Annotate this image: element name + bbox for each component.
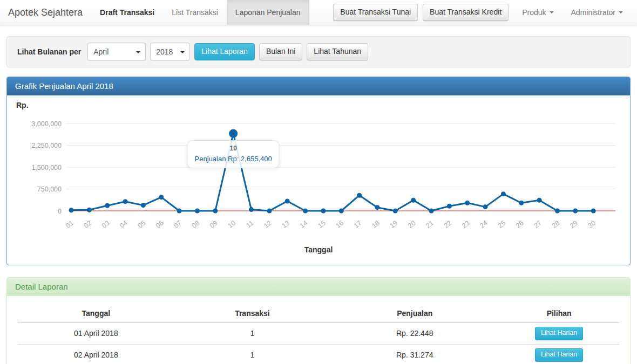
chevron-down-icon (180, 51, 185, 53)
data-point[interactable] (69, 208, 74, 212)
year-select-value: 2018 (156, 47, 173, 56)
data-point[interactable] (519, 201, 524, 205)
y-tick-label: 3,000,000 (31, 120, 62, 128)
data-point[interactable] (141, 203, 146, 208)
data-point[interactable] (321, 209, 326, 214)
x-tick-label: 05 (137, 219, 147, 230)
data-point[interactable] (465, 201, 470, 205)
month-select-value: April (93, 47, 109, 56)
column-header-transaksi: Transaksi (174, 306, 331, 323)
nav-item-list-transaksi[interactable]: List Transaksi (163, 0, 227, 25)
administrator-dropdown[interactable]: Administrator (563, 8, 632, 17)
buat-transaksi-tunai-button[interactable]: Buat Transaksi Tunai (333, 4, 418, 21)
sales-line-chart[interactable]: 0750,0001,500,0002,250,0003,000,00001020… (15, 113, 631, 238)
data-point[interactable] (501, 191, 506, 196)
x-tick-label: 02 (83, 219, 93, 230)
detail-panel-title: Detail Laporan (7, 278, 630, 296)
x-tick-label: 22 (443, 219, 453, 230)
x-tick-label: 15 (316, 219, 327, 230)
column-header-penjualan: Penjualan (330, 306, 499, 323)
sales-chart-panel: Grafik Penjualan April 2018 Rp. 0750,000… (6, 77, 631, 265)
data-point[interactable] (159, 195, 164, 200)
x-tick-label: 14 (299, 219, 309, 230)
view-daily-button[interactable]: Lihat Harian (535, 348, 583, 362)
x-tick-label: 26 (514, 219, 525, 230)
cell-pilihan: Lihat Harian (499, 323, 619, 345)
chevron-down-icon (136, 51, 140, 53)
column-header-pilihan: Pilihan (499, 306, 619, 323)
data-point[interactable] (213, 209, 218, 214)
chart-tooltip: 10 Penjualan Rp: 2,655,400 (187, 140, 280, 168)
view-yearly-button[interactable]: Lihat Tahunan (307, 43, 368, 60)
chart-panel-title: Grafik Penjualan April 2018 (7, 77, 630, 95)
x-tick-label: 09 (208, 219, 219, 230)
data-point[interactable] (411, 198, 416, 203)
data-point[interactable] (447, 204, 452, 209)
data-point[interactable] (303, 209, 308, 214)
app-brand[interactable]: Apotek Sejahtera (0, 0, 91, 25)
tooltip-value: Penjualan Rp: 2,655,400 (195, 155, 272, 163)
data-point[interactable] (429, 209, 434, 214)
x-tick-label: 01 (64, 219, 75, 230)
x-tick-label: 28 (551, 219, 561, 230)
nav-item-draft-transaksi[interactable]: Draft Transaksi (91, 0, 163, 25)
x-tick-label: 23 (460, 219, 471, 230)
detail-report-panel: Detail Laporan TanggalTransaksiPenjualan… (6, 277, 631, 364)
data-point[interactable] (87, 208, 92, 212)
x-tick-label: 06 (154, 219, 165, 230)
data-point[interactable] (249, 207, 254, 212)
nav-item-laponan-penjualan[interactable]: Laponan Penjualan (227, 0, 309, 25)
data-point[interactable] (267, 209, 272, 214)
table-row: 01 April 20181Rp. 22.448Lihat Harian (18, 323, 619, 345)
x-tick-label: 16 (335, 219, 345, 230)
data-point[interactable] (591, 209, 596, 214)
data-point[interactable] (195, 209, 200, 214)
data-point[interactable] (393, 209, 398, 214)
x-tick-label: 12 (262, 219, 273, 230)
daily-report-table: TanggalTransaksiPenjualanPilihan 01 Apri… (18, 306, 619, 364)
cell-tanggal: 02 April 2018 (18, 344, 174, 364)
data-point[interactable] (229, 129, 238, 138)
data-point[interactable] (537, 198, 542, 203)
this-month-button[interactable]: Bulan Ini (259, 43, 302, 60)
filter-label: Lihat Bulanan per (17, 47, 81, 56)
x-tick-label: 11 (245, 219, 255, 229)
x-tick-label: 18 (370, 219, 381, 230)
x-tick-label: 24 (478, 219, 489, 230)
cell-pilihan: Lihat Harian (499, 344, 619, 364)
cell-tanggal: 01 April 2018 (18, 323, 174, 345)
x-tick-label: 29 (568, 219, 579, 230)
year-select[interactable]: 2018 (150, 43, 190, 61)
data-point[interactable] (105, 203, 110, 208)
chart-panel-body: Rp. 0750,0001,500,0002,250,0003,000,0000… (7, 95, 630, 265)
buat-transaksi-kredit-button[interactable]: Buat Transaksi Kredit (423, 4, 509, 21)
x-tick-label: 20 (406, 219, 417, 230)
main-nav: Draft TransaksiList TransaksiLaponan Pen… (91, 0, 309, 25)
x-tick-label: 21 (424, 219, 435, 230)
data-point[interactable] (483, 204, 488, 209)
y-tick-label: 1,500,000 (31, 164, 62, 171)
table-header-row: TanggalTransaksiPenjualanPilihan (18, 306, 619, 323)
data-point[interactable] (339, 209, 344, 214)
view-report-button[interactable]: Lihat Laporan (194, 43, 255, 60)
chart-area: 0750,0001,500,0002,250,0003,000,00001020… (15, 113, 622, 238)
x-tick-label: 03 (100, 219, 111, 230)
data-point[interactable] (375, 205, 380, 210)
navbar: Apotek Sejahtera Draft TransaksiList Tra… (0, 0, 637, 25)
data-point[interactable] (357, 193, 362, 198)
produk-dropdown[interactable]: Produk (513, 8, 562, 17)
x-tick-label: 08 (191, 219, 201, 230)
data-point[interactable] (177, 209, 182, 214)
data-point[interactable] (555, 209, 560, 214)
data-point[interactable] (285, 198, 290, 203)
x-tick-label: 27 (532, 219, 543, 230)
data-point[interactable] (123, 199, 128, 204)
x-tick-label: 17 (353, 219, 363, 230)
data-point[interactable] (573, 209, 578, 214)
view-daily-button[interactable]: Lihat Harian (535, 327, 583, 340)
month-select[interactable]: April (87, 43, 146, 61)
tooltip-day: 10 (195, 145, 272, 152)
x-tick-label: 04 (118, 219, 129, 230)
x-axis-title: Tanggal (15, 245, 622, 256)
x-tick-label: 25 (497, 219, 507, 230)
